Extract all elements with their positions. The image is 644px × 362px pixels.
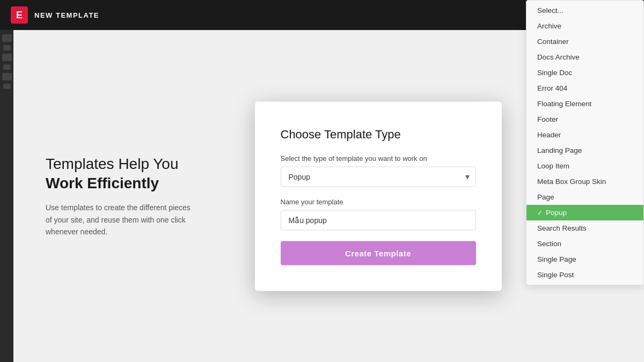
dropdown-item-single-post[interactable]: Single Post [526,267,643,283]
dropdown-item-single-doc[interactable]: Single Doc [526,65,643,80]
dropdown-item-docs-archive[interactable]: Docs Archive [526,49,643,65]
dropdown-item-footer[interactable]: Footer [526,112,643,127]
dropdown-item-popup[interactable]: ✓ Popup [526,205,643,220]
dropdown-item-search-results[interactable]: Search Results [526,220,643,236]
select-label: Select the type of template you want to … [281,154,476,162]
left-sidebar [0,30,13,362]
create-template-button[interactable]: Create Template [281,241,476,265]
modal: Choose Template Type Select the type of … [255,101,502,291]
elementor-logo: E [11,6,28,24]
template-type-dropdown: Select... Archive Container Docs Archive… [526,0,644,285]
dropdown-item-meta-box-group-skin[interactable]: Meta Box Group Skin [526,174,643,189]
sidebar-chip-3 [2,54,12,61]
template-type-select[interactable]: Popup [281,166,476,187]
sidebar-chip-2 [3,45,11,50]
dropdown-item-container[interactable]: Container [526,34,643,49]
page-title: NEW TEMPLATE [34,11,99,19]
sidebar-chip-6 [3,84,11,89]
dropdown-item-floating-element[interactable]: Floating Element [526,96,643,112]
template-info: Templates Help You Work Efficiently Use … [46,154,196,238]
dropdown-item-header[interactable]: Header [526,127,643,143]
dropdown-item-loop-item[interactable]: Loop Item [526,158,643,174]
check-icon: ✓ [537,209,543,217]
dropdown-item-page[interactable]: Page [526,189,643,205]
template-description: Use templates to create the different pi… [46,202,196,238]
sidebar-chip-1 [2,34,12,42]
dropdown-item-landing-page[interactable]: Landing Page [526,143,643,158]
modal-title: Choose Template Type [281,127,476,141]
template-name-input[interactable] [281,210,476,230]
dropdown-item-single-page[interactable]: Single Page [526,252,643,267]
dropdown-item-archive[interactable]: Archive [526,18,643,34]
dropdown-item-section[interactable]: Section [526,236,643,252]
sidebar-chip-5 [2,73,12,80]
template-heading: Templates Help You Work Efficiently [46,154,196,194]
name-label: Name your template [281,197,476,205]
sidebar-chip-4 [3,64,11,70]
dropdown-item-error-404[interactable]: Error 404 [526,80,643,96]
dropdown-item-select[interactable]: Select... [526,3,643,18]
template-type-select-wrapper[interactable]: Popup [281,166,476,187]
